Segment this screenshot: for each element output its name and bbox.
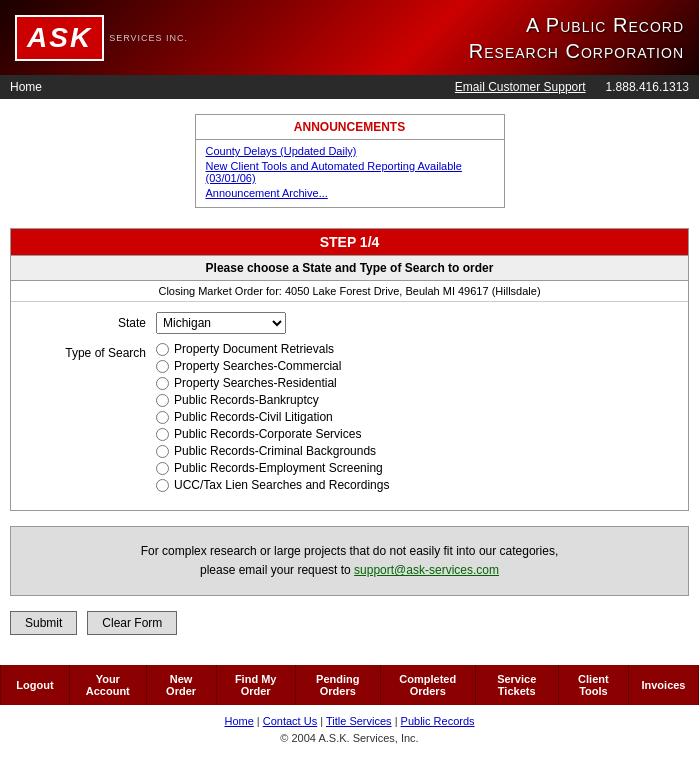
nav-new-order[interactable]: New Order <box>147 665 217 705</box>
radio-label-6: Public Records-Criminal Backgrounds <box>174 444 376 458</box>
home-link[interactable]: Home <box>10 80 42 94</box>
logo-area: ASK SERVICES INC. <box>15 15 188 61</box>
state-control: Michigan <box>156 312 286 334</box>
radio-item-4[interactable]: Public Records-Civil Litigation <box>156 410 389 424</box>
radio-label-3: Public Records-Bankruptcy <box>174 393 319 407</box>
step-header: STEP 1/4 <box>11 229 688 255</box>
footer-home[interactable]: Home <box>224 715 253 727</box>
nav-right: Email Customer Support 1.888.416.1313 <box>455 80 689 94</box>
nav-your-account[interactable]: Your Account <box>70 665 147 705</box>
radio-input-0[interactable] <box>156 343 169 356</box>
announcement-link-2[interactable]: New Client Tools and Automated Reporting… <box>206 160 494 184</box>
footer-public-records[interactable]: Public Records <box>401 715 475 727</box>
nav-pending-orders[interactable]: Pending Orders <box>296 665 381 705</box>
bottom-nav: Logout Your Account New Order Find My Or… <box>0 665 699 705</box>
radio-item-7[interactable]: Public Records-Employment Screening <box>156 461 389 475</box>
nav-service-tickets[interactable]: Service Tickets <box>476 665 559 705</box>
nav-client-tools[interactable]: Client Tools <box>559 665 629 705</box>
radio-label-8: UCC/Tax Lien Searches and Recordings <box>174 478 389 492</box>
radio-item-2[interactable]: Property Searches-Residential <box>156 376 389 390</box>
type-label: Type of Search <box>26 342 156 360</box>
home-nav[interactable]: Home <box>10 80 42 94</box>
nav-logout[interactable]: Logout <box>0 665 70 705</box>
logo-text: ASK <box>15 15 104 61</box>
announcements-links: County Delays (Updated Daily) New Client… <box>196 140 504 207</box>
radio-input-2[interactable] <box>156 377 169 390</box>
state-select[interactable]: Michigan <box>156 312 286 334</box>
radio-input-1[interactable] <box>156 360 169 373</box>
step-subheader: Please choose a State and Type of Search… <box>11 255 688 281</box>
radio-input-3[interactable] <box>156 394 169 407</box>
company-name: A Public Record Research Corporation <box>469 12 684 64</box>
header: ASK SERVICES INC. A Public Record Resear… <box>0 0 699 75</box>
radio-group: Property Document Retrievals Property Se… <box>156 342 389 492</box>
state-label: State <box>26 312 156 330</box>
announcements-box: ANNOUNCEMENTS County Delays (Updated Dai… <box>195 114 505 208</box>
complex-email-link[interactable]: support@ask-services.com <box>354 563 499 577</box>
email-support-link[interactable]: Email Customer Support <box>455 80 586 94</box>
nav-find-my-order[interactable]: Find My Order <box>217 665 296 705</box>
nav-completed-orders[interactable]: Completed Orders <box>381 665 476 705</box>
footer-title-services[interactable]: Title Services <box>326 715 392 727</box>
radio-item-1[interactable]: Property Searches-Commercial <box>156 359 389 373</box>
radio-input-8[interactable] <box>156 479 169 492</box>
announcement-link-3[interactable]: Announcement Archive... <box>206 187 494 199</box>
nav-bar: Home Email Customer Support 1.888.416.13… <box>0 75 699 99</box>
nav-invoices[interactable]: Invoices <box>629 665 699 705</box>
radio-label-1: Property Searches-Commercial <box>174 359 341 373</box>
complex-text1: For complex research or large projects t… <box>141 544 559 558</box>
announcements-title: ANNOUNCEMENTS <box>196 115 504 140</box>
logo-sub: SERVICES INC. <box>109 33 188 43</box>
radio-input-6[interactable] <box>156 445 169 458</box>
step-section: STEP 1/4 Please choose a State and Type … <box>10 228 689 511</box>
complex-box: For complex research or large projects t… <box>10 526 689 596</box>
footer-copyright: © 2004 A.S.K. Services, Inc. <box>0 732 699 754</box>
main-content: ANNOUNCEMENTS County Delays (Updated Dai… <box>0 99 699 665</box>
announcement-link-1[interactable]: County Delays (Updated Daily) <box>206 145 494 157</box>
type-of-search-row: Type of Search Property Document Retriev… <box>26 342 673 492</box>
complex-text2: please email your request to <box>200 563 351 577</box>
submit-button[interactable]: Submit <box>10 611 77 635</box>
phone-number: 1.888.416.1313 <box>606 80 689 94</box>
radio-input-5[interactable] <box>156 428 169 441</box>
step-info: Closing Market Order for: 4050 Lake Fore… <box>11 281 688 302</box>
radio-label-7: Public Records-Employment Screening <box>174 461 383 475</box>
state-row: State Michigan <box>26 312 673 334</box>
radio-item-3[interactable]: Public Records-Bankruptcy <box>156 393 389 407</box>
radio-input-4[interactable] <box>156 411 169 424</box>
footer-contact[interactable]: Contact Us <box>263 715 317 727</box>
radio-label-4: Public Records-Civil Litigation <box>174 410 333 424</box>
radio-label-2: Property Searches-Residential <box>174 376 337 390</box>
radio-item-8[interactable]: UCC/Tax Lien Searches and Recordings <box>156 478 389 492</box>
clear-form-button[interactable]: Clear Form <box>87 611 177 635</box>
radio-label-5: Public Records-Corporate Services <box>174 427 361 441</box>
radio-item-5[interactable]: Public Records-Corporate Services <box>156 427 389 441</box>
radio-item-6[interactable]: Public Records-Criminal Backgrounds <box>156 444 389 458</box>
footer-links: Home | Contact Us | Title Services | Pub… <box>0 705 699 732</box>
radio-label-0: Property Document Retrievals <box>174 342 334 356</box>
form-area: State Michigan Type of Search Property D… <box>11 302 688 510</box>
radio-item-0[interactable]: Property Document Retrievals <box>156 342 389 356</box>
radio-input-7[interactable] <box>156 462 169 475</box>
button-row: Submit Clear Form <box>10 611 689 635</box>
